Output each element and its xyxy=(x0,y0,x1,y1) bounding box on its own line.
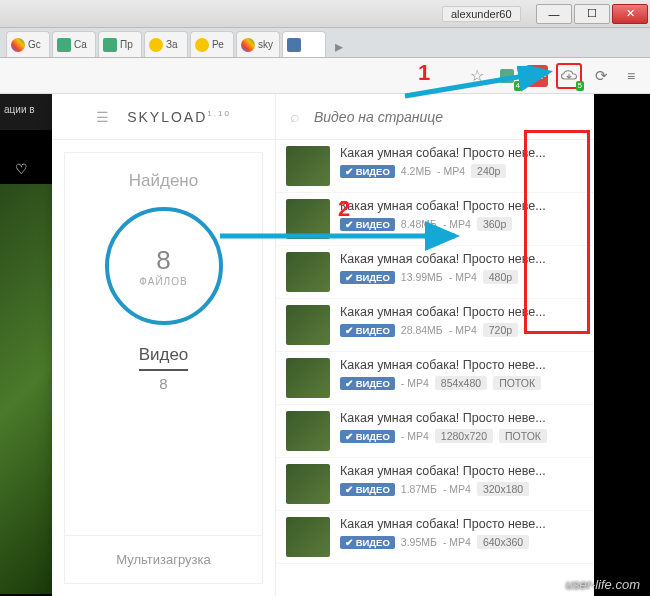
item-resolution[interactable]: 360p xyxy=(477,217,512,231)
browser-tab[interactable]: Ре xyxy=(190,31,234,57)
count-number: 8 xyxy=(156,245,170,276)
item-extra[interactable]: ПОТОК xyxy=(499,429,547,443)
badge-count: 4 xyxy=(514,81,522,91)
vk-badge: ✔ ВИДЕО xyxy=(340,483,395,496)
favicon-icon xyxy=(241,38,255,52)
item-title: Какая умная собака! Просто неве... xyxy=(340,146,584,160)
item-thumb xyxy=(286,252,330,292)
search-input[interactable] xyxy=(314,109,580,125)
item-sub: ✔ ВИДЕО 4.2МБ - MP4 240p xyxy=(340,164,584,178)
item-thumb xyxy=(286,517,330,557)
browser-tab[interactable]: Пр xyxy=(98,31,142,57)
vk-badge: ✔ ВИДЕО xyxy=(340,430,395,443)
item-title: Какая умная собака! Просто неве... xyxy=(340,305,584,319)
browser-tab[interactable]: Ca xyxy=(52,31,96,57)
item-size: 13.99МБ xyxy=(401,271,443,283)
item-format: - MP4 xyxy=(443,483,471,495)
favicon-icon xyxy=(11,38,25,52)
item-resolution[interactable]: 480p xyxy=(483,270,518,284)
vk-badge: ✔ ВИДЕО xyxy=(340,165,395,178)
list-item[interactable]: Какая умная собака! Просто неве... ✔ ВИД… xyxy=(276,352,594,405)
item-format: - MP4 xyxy=(443,536,471,548)
new-tab-button[interactable]: ▸ xyxy=(328,35,350,57)
annotation-number: 2 xyxy=(338,196,350,222)
item-format: - MP4 xyxy=(401,430,429,442)
brand-row: ☰ SKYLOAD1.10 xyxy=(52,94,275,140)
tab-label: Ре xyxy=(212,39,224,50)
item-thumb xyxy=(286,464,330,504)
item-meta: Какая умная собака! Просто неве... ✔ ВИД… xyxy=(340,199,584,239)
browser-tab[interactable]: Gc xyxy=(6,31,50,57)
list-item[interactable]: Какая умная собака! Просто неве... ✔ ВИД… xyxy=(276,193,594,246)
item-title: Какая умная собака! Просто неве... xyxy=(340,199,584,213)
page-content: ации в ♡ ☰ SKYLOAD1.10 Найдено 8 ФАЙЛОВ … xyxy=(0,94,650,596)
list-item[interactable]: Какая умная собака! Просто неве... ✔ ВИД… xyxy=(276,458,594,511)
favicon-icon xyxy=(149,38,163,52)
abp-extension-button[interactable]: ABP xyxy=(526,65,548,87)
list-item[interactable]: Какая умная собака! Просто неве... ✔ ВИД… xyxy=(276,246,594,299)
item-resolution[interactable]: 1280x720 xyxy=(435,429,493,443)
item-sub: ✔ ВИДЕО 3.95МБ - MP4 640x360 xyxy=(340,535,584,549)
category-tab[interactable]: Видео xyxy=(139,345,189,371)
count-circle: 8 ФАЙЛОВ xyxy=(105,207,223,325)
filter-icon[interactable]: ☰ xyxy=(96,109,109,125)
item-resolution[interactable]: 320x180 xyxy=(477,482,529,496)
close-button[interactable]: ✕ xyxy=(612,4,648,24)
item-sub: ✔ ВИДЕО 28.84МБ - MP4 720p xyxy=(340,323,584,337)
item-title: Какая умная собака! Просто неве... xyxy=(340,517,584,531)
item-title: Какая умная собака! Просто неве... xyxy=(340,464,584,478)
item-size: 4.2МБ xyxy=(401,165,431,177)
item-meta: Какая умная собака! Просто неве... ✔ ВИД… xyxy=(340,358,584,398)
browser-tab[interactable]: За xyxy=(144,31,188,57)
tab-label: Gc xyxy=(28,39,41,50)
item-meta: Какая умная собака! Просто неве... ✔ ВИД… xyxy=(340,517,584,557)
panel-right: ⌕ Какая умная собака! Просто неве... ✔ В… xyxy=(276,94,594,596)
like-button[interactable]: ♡ xyxy=(4,154,38,184)
extension-button[interactable]: 4 xyxy=(496,65,518,87)
minimize-button[interactable]: — xyxy=(536,4,572,24)
list-item[interactable]: Какая умная собака! Просто неве... ✔ ВИД… xyxy=(276,299,594,352)
item-meta: Какая умная собака! Просто неве... ✔ ВИД… xyxy=(340,464,584,504)
item-meta: Какая умная собака! Просто неве... ✔ ВИД… xyxy=(340,411,584,451)
item-thumb xyxy=(286,146,330,186)
item-resolution[interactable]: 240p xyxy=(471,164,506,178)
item-format: - MP4 xyxy=(437,165,465,177)
brand-label: SKYLOAD1.10 xyxy=(127,109,231,125)
cloud-download-icon xyxy=(560,69,578,83)
browser-tab[interactable]: sky xyxy=(236,31,280,57)
multi-download-button[interactable]: Мультизагрузка xyxy=(65,535,262,583)
item-thumb xyxy=(286,358,330,398)
results-list: Какая умная собака! Просто неве... ✔ ВИД… xyxy=(276,140,594,596)
item-format: - MP4 xyxy=(449,324,477,336)
item-resolution[interactable]: 640x360 xyxy=(477,535,529,549)
menu-icon[interactable]: ≡ xyxy=(620,65,642,87)
list-item[interactable]: Какая умная собака! Просто неве... ✔ ВИД… xyxy=(276,511,594,564)
count-unit: ФАЙЛОВ xyxy=(139,276,187,287)
item-sub: ✔ ВИДЕО 13.99МБ - MP4 480p xyxy=(340,270,584,284)
favicon-icon xyxy=(57,38,71,52)
item-size: 3.95МБ xyxy=(401,536,437,548)
list-item[interactable]: Какая умная собака! Просто неве... ✔ ВИД… xyxy=(276,405,594,458)
item-sub: ✔ ВИДЕО 8.48МБ - MP4 360p xyxy=(340,217,584,231)
bookmark-star-icon[interactable]: ☆ xyxy=(466,65,488,87)
item-meta: Какая умная собака! Просто неве... ✔ ВИД… xyxy=(340,252,584,292)
tab-label: Ca xyxy=(74,39,87,50)
item-thumb xyxy=(286,411,330,451)
item-extra[interactable]: ПОТОК xyxy=(493,376,541,390)
item-meta: Какая умная собака! Просто неве... ✔ ВИД… xyxy=(340,305,584,345)
tab-label: sky xyxy=(258,39,273,50)
watermark: user-life.com xyxy=(566,577,640,592)
skyload-extension-button[interactable]: 5 xyxy=(556,63,582,89)
item-meta: Какая умная собака! Просто неве... ✔ ВИД… xyxy=(340,146,584,186)
category-count: 8 xyxy=(159,375,167,392)
favicon-icon xyxy=(103,38,117,52)
found-label: Найдено xyxy=(129,171,198,191)
list-item[interactable]: Какая умная собака! Просто неве... ✔ ВИД… xyxy=(276,140,594,193)
sync-icon[interactable]: ⟳ xyxy=(590,65,612,87)
item-resolution[interactable]: 720p xyxy=(483,323,518,337)
vk-badge: ✔ ВИДЕО xyxy=(340,536,395,549)
browser-tab-active[interactable] xyxy=(282,31,326,57)
item-resolution[interactable]: 854x480 xyxy=(435,376,487,390)
maximize-button[interactable]: ☐ xyxy=(574,4,610,24)
item-title: Какая умная собака! Просто неве... xyxy=(340,358,584,372)
